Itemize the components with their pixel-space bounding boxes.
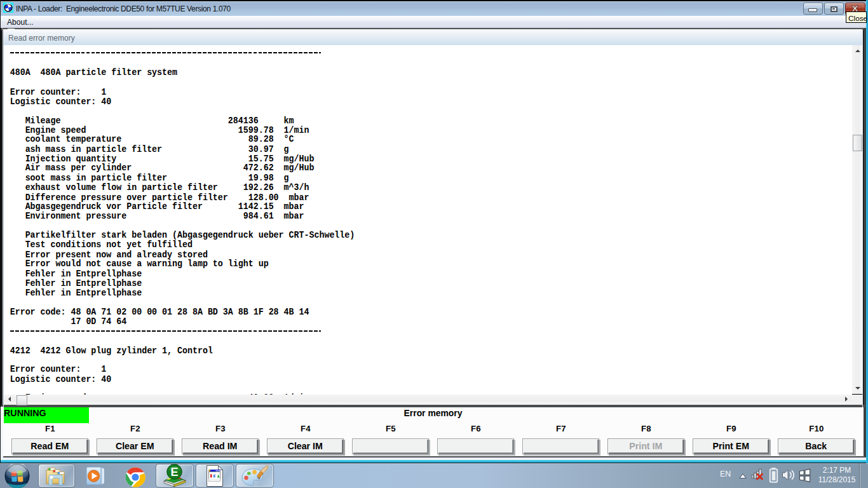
svg-text:E: E	[170, 466, 178, 478]
